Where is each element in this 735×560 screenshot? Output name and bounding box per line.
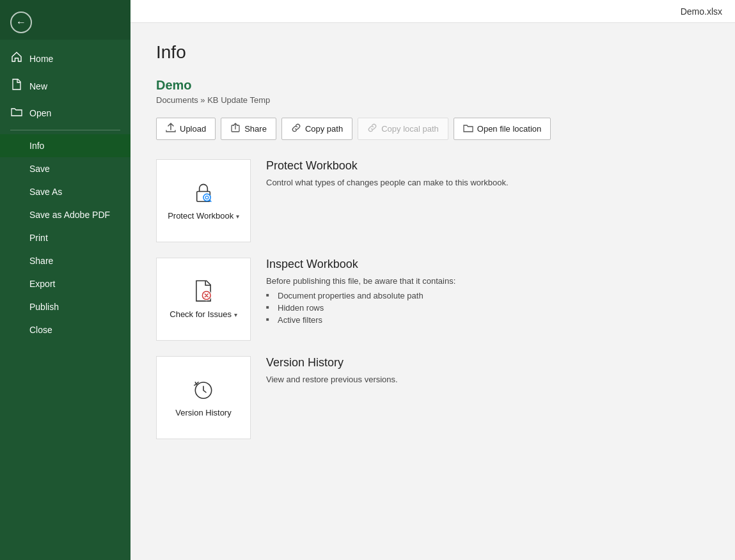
inspect-item-1: Document properties and absolute path [266,290,709,302]
sidebar-label-new: New [29,81,47,91]
sidebar-item-save[interactable]: Save [0,157,130,180]
sidebar-item-publish[interactable]: Publish [0,295,130,318]
upload-button[interactable]: Upload [156,118,216,140]
version-history-card-icon [191,377,216,401]
new-icon [10,79,23,93]
protect-workbook-section: Protect Workbook ▾ Protect Workbook Cont… [156,159,709,242]
content-area: Info Demo Documents » KB Update Temp Upl… [130,23,735,474]
filename-display: Demo.xlsx [681,6,722,17]
sidebar-label-print: Print [29,233,48,243]
copy-path-label: Copy path [305,124,343,134]
sidebar-label-info: Info [29,141,44,151]
topbar: Demo.xlsx [130,0,735,23]
open-file-location-label: Open file location [477,124,541,134]
back-icon: ← [16,17,26,28]
version-history-desc: View and restore previous versions. [266,375,709,384]
sidebar-nav: Home New Open Info [0,40,130,346]
page-title: Info [156,42,709,63]
sidebar-item-export[interactable]: Export [0,272,130,295]
version-history-title: Version History [266,356,709,369]
share-label: Share [244,124,267,134]
protect-workbook-card[interactable]: Protect Workbook ▾ [156,159,251,242]
open-icon [10,106,23,120]
sidebar-item-save-as[interactable]: Save As [0,180,130,203]
sidebar-label-save-as: Save As [29,187,62,197]
upload-label: Upload [180,124,206,134]
sidebar-label-share: Share [29,256,53,266]
back-button[interactable]: ← [10,12,32,33]
check-for-issues-label: Check for Issues ▾ [170,309,237,320]
copy-path-icon [291,123,301,135]
protect-workbook-desc: Control what types of changes people can… [266,178,709,187]
version-history-section: Version History Version History View and… [156,356,709,439]
home-icon [10,51,23,66]
inspect-workbook-list: Document properties and absolute path Hi… [266,290,709,326]
inspect-item-3: Active filters [266,314,709,326]
sidebar-label-open: Open [29,108,51,118]
check-for-issues-card-icon [191,279,216,303]
file-info-header: Demo Documents » KB Update Temp [156,78,709,105]
protect-workbook-text: Protect Workbook Control what types of c… [266,159,709,191]
file-path: Documents » KB Update Temp [156,95,709,105]
sidebar-item-save-adobe[interactable]: Save as Adobe PDF [0,203,130,226]
sidebar-top: ← [0,0,130,40]
share-btn-icon [230,123,241,135]
check-for-issues-card[interactable]: Check for Issues ▾ [156,258,251,341]
sidebar-label-close: Close [29,325,52,335]
share-button[interactable]: Share [221,118,276,140]
sidebar-label-save-adobe: Save as Adobe PDF [29,210,110,220]
copy-path-button[interactable]: Copy path [281,118,352,140]
sidebar-item-close[interactable]: Close [0,318,130,341]
copy-local-path-icon [367,123,377,135]
version-history-label: Version History [175,408,231,419]
open-file-location-button[interactable]: Open file location [454,118,551,140]
sidebar-item-home[interactable]: Home [0,45,130,72]
inspect-workbook-desc: Before publishing this file, be aware th… [266,276,709,286]
action-buttons-bar: Upload Share [156,118,709,140]
sidebar-label-save: Save [29,164,50,174]
version-history-text: Version History View and restore previou… [266,356,709,388]
inspect-workbook-text: Inspect Workbook Before publishing this … [266,258,709,326]
sidebar-item-open[interactable]: Open [0,100,130,126]
sidebar: ← Home New [0,0,130,560]
upload-icon [166,123,176,135]
sidebar-divider [10,130,120,130]
sidebar-item-print[interactable]: Print [0,226,130,249]
sidebar-item-new[interactable]: New [0,72,130,100]
copy-local-path-button[interactable]: Copy local path [358,118,448,140]
inspect-item-2: Hidden rows [266,302,709,314]
sidebar-item-share[interactable]: Share [0,249,130,272]
protect-workbook-card-icon [191,180,216,205]
version-history-card[interactable]: Version History [156,356,251,439]
open-file-location-icon [463,123,473,135]
inspect-workbook-title: Inspect Workbook [266,258,709,271]
sidebar-label-home: Home [29,54,53,64]
protect-workbook-title: Protect Workbook [266,159,709,173]
file-name-heading: Demo [156,78,709,93]
sidebar-label-export: Export [29,279,55,289]
inspect-workbook-section: Check for Issues ▾ Inspect Workbook Befo… [156,258,709,341]
main-content: Demo.xlsx Info Demo Documents » KB Updat… [130,0,735,560]
protect-workbook-label: Protect Workbook ▾ [168,211,239,222]
sidebar-label-publish: Publish [29,302,59,312]
copy-local-path-label: Copy local path [381,124,439,134]
sidebar-item-info[interactable]: Info [0,134,130,157]
